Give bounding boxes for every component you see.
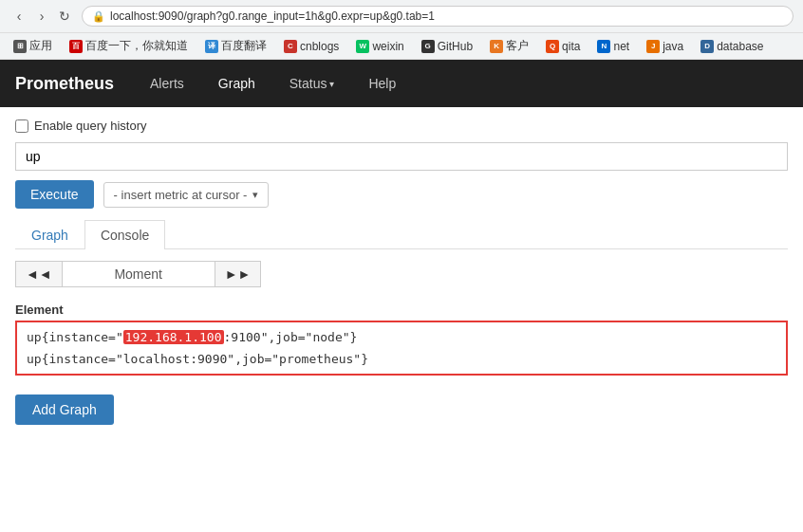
browser-chrome: ‹ › ↻ 🔒 localhost:9090/graph?g0.range_in…: [0, 0, 803, 33]
url-text: localhost:9090/graph?g0.range_input=1h&g…: [110, 9, 435, 23]
element-row-2-text: up{instance="localhost:9090",job="promet…: [27, 352, 368, 366]
moment-row: ◄◄ ►►: [15, 261, 788, 287]
bookmark-database-label: database: [717, 40, 763, 53]
tab-console[interactable]: Console: [84, 220, 165, 249]
refresh-button[interactable]: ↻: [55, 7, 74, 26]
element-table: up{instance="192.168.1.100:9100",job="no…: [15, 321, 788, 376]
nav-link-help[interactable]: Help: [361, 72, 403, 95]
bookmark-database[interactable]: D database: [697, 38, 767, 55]
bookmark-apps[interactable]: ⊞ 应用: [9, 36, 56, 56]
moment-input[interactable]: [63, 261, 215, 287]
bookmark-cnblogs-label: cnblogs: [300, 40, 339, 53]
lock-icon: 🔒: [92, 10, 105, 23]
tabs: Graph Console: [15, 220, 788, 249]
java-icon: J: [646, 40, 660, 53]
kehu-icon: K: [490, 40, 503, 53]
content-area: Enable query history up Execute - insert…: [0, 107, 803, 532]
navbar: Prometheus Alerts Graph Status ▾ Help: [0, 60, 803, 107]
bookmark-fanyyi[interactable]: 译 百度翻译: [201, 36, 271, 56]
address-bar[interactable]: 🔒 localhost:9090/graph?g0.range_input=1h…: [82, 6, 794, 27]
table-row: up{instance="192.168.1.100:9100",job="no…: [17, 326, 786, 348]
moment-next-button[interactable]: ►►: [215, 261, 262, 287]
nav-dropdown-status[interactable]: Status ▾: [282, 72, 343, 95]
browser-nav-buttons: ‹ › ↻: [9, 7, 74, 26]
bookmark-net-label: net: [613, 40, 629, 53]
tab-graph[interactable]: Graph: [15, 220, 84, 249]
metric-selector-label: - insert metric at cursor -: [114, 188, 248, 202]
element-section: Element up{instance="192.168.1.100:9100"…: [15, 303, 788, 376]
bookmark-qita-label: qita: [562, 40, 580, 53]
back-button[interactable]: ‹: [9, 7, 28, 26]
baidu-icon: 百: [69, 40, 83, 53]
query-history-checkbox[interactable]: [15, 119, 28, 133]
bookmark-kehu-label: 客户: [506, 38, 529, 54]
bookmark-java-label: java: [663, 40, 683, 53]
nav-link-alerts[interactable]: Alerts: [142, 72, 192, 95]
query-history-label: Enable query history: [34, 119, 147, 133]
element-label: Element: [15, 303, 788, 317]
bookmark-java[interactable]: J java: [643, 38, 687, 55]
bookmark-baidu[interactable]: 百 百度一下，你就知道: [65, 36, 192, 56]
bookmark-baidu-label: 百度一下，你就知道: [85, 38, 188, 54]
element-row-1-prefix: up{instance=": [27, 330, 123, 344]
weixin-icon: W: [356, 40, 369, 53]
forward-button[interactable]: ›: [32, 7, 51, 26]
bookmark-qita[interactable]: Q qita: [542, 38, 584, 55]
moment-prev-button[interactable]: ◄◄: [15, 261, 63, 287]
bookmark-cnblogs[interactable]: C cnblogs: [280, 38, 343, 55]
bookmarks-bar: ⊞ 应用 百 百度一下，你就知道 译 百度翻译 C cnblogs W weix…: [0, 33, 803, 60]
database-icon: D: [700, 40, 714, 53]
net-icon: N: [597, 40, 610, 53]
dropdown-arrow-icon: ▾: [252, 189, 258, 201]
execute-row: Execute - insert metric at cursor - ▾: [15, 180, 788, 209]
app: Prometheus Alerts Graph Status ▾ Help En…: [0, 60, 803, 532]
bookmark-apps-label: 应用: [29, 38, 52, 54]
bookmark-weixin-label: weixin: [372, 40, 403, 53]
element-row-1-suffix: :9100",job="node"}: [224, 330, 358, 344]
bookmark-weixin[interactable]: W weixin: [352, 38, 407, 55]
table-row: up{instance="localhost:9090",job="promet…: [17, 348, 786, 370]
cnblogs-icon: C: [284, 40, 297, 53]
nav-link-graph[interactable]: Graph: [211, 72, 263, 95]
navbar-brand: Prometheus: [15, 74, 114, 94]
qita-icon: Q: [546, 40, 559, 53]
element-row-1-highlight: 192.168.1.100: [123, 330, 224, 344]
bookmark-net[interactable]: N net: [593, 38, 633, 55]
chevron-down-icon: ▾: [329, 79, 334, 89]
execute-button[interactable]: Execute: [15, 180, 94, 209]
apps-icon: ⊞: [13, 40, 27, 53]
add-graph-section: Add Graph: [15, 394, 788, 425]
github-icon: G: [421, 40, 435, 53]
bookmark-github[interactable]: G GitHub: [418, 38, 476, 55]
metric-selector[interactable]: - insert metric at cursor - ▾: [103, 182, 270, 208]
bookmark-github-label: GitHub: [438, 40, 473, 53]
bookmark-fanyi-label: 百度翻译: [221, 38, 267, 54]
bookmark-kehu[interactable]: K 客户: [486, 36, 532, 56]
query-history-row: Enable query history: [15, 119, 788, 133]
fanyi-icon: 译: [205, 40, 218, 53]
query-input[interactable]: up: [15, 142, 788, 171]
add-graph-button[interactable]: Add Graph: [15, 394, 114, 425]
